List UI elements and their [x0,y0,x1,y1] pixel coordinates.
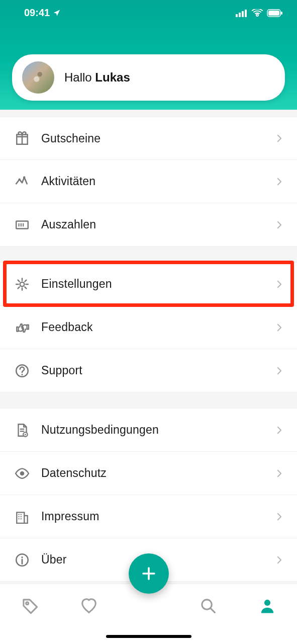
tab-likes[interactable] [74,597,104,614]
row-support[interactable]: Support [0,349,297,392]
chevron-right-icon [274,511,285,522]
section-gap [0,392,297,409]
chevron-right-icon [274,365,285,376]
chevron-right-icon [274,322,285,333]
svg-rect-18 [268,11,279,16]
status-indicators [236,9,283,17]
gear-icon [12,277,32,292]
row-activities[interactable]: Aktivitäten [0,160,297,203]
row-label: Einstellungen [41,277,274,291]
row-vouchers[interactable]: Gutscheine [0,117,297,160]
header: 09:41 Hallo Lukas [0,0,297,110]
eye-icon [12,466,32,481]
row-imprint[interactable]: Impressum [0,495,297,538]
heart-icon [80,597,97,614]
thumbs-icon [12,320,32,335]
avatar[interactable] [22,61,54,94]
row-settings[interactable]: Einstellungen [0,263,297,306]
svg-rect-16 [245,10,247,17]
chevron-right-icon [274,176,285,187]
help-icon [12,363,32,378]
chevron-right-icon [274,425,285,436]
home-indicator [106,635,191,638]
row-label: Gutscheine [41,132,274,145]
chevron-right-icon [274,133,285,144]
row-label: Auszahlen [41,218,274,231]
row-label: Aktivitäten [41,175,274,188]
svg-rect-13 [236,14,238,17]
tab-profile[interactable] [252,597,282,614]
battery-icon [267,9,283,17]
greeting: Hallo Lukas [64,70,130,85]
activity-icon [12,174,32,189]
profile-card[interactable]: Hallo Lukas [12,54,285,101]
search-icon [200,597,217,614]
person-icon [259,597,276,614]
add-button[interactable] [129,553,169,594]
row-terms[interactable]: Nutzungsbedingungen [0,409,297,452]
tab-offers[interactable] [15,597,45,614]
chevron-right-icon [274,468,285,479]
row-label: Support [41,364,274,377]
row-payouts[interactable]: Auszahlen [0,203,297,247]
plus-icon [140,565,157,582]
tab-search[interactable] [193,597,223,614]
row-label: Feedback [41,320,274,334]
status-time: 09:41 [24,7,50,19]
info-icon [12,552,32,568]
svg-rect-14 [239,13,241,17]
section-gap [0,247,297,263]
chevron-right-icon [274,554,285,566]
wifi-icon [252,9,263,17]
status-bar: 09:41 [0,0,297,19]
building-icon [12,509,32,524]
chevron-right-icon [274,279,285,290]
svg-rect-15 [242,11,244,17]
gift-icon [12,131,32,146]
banknote-icon [12,217,32,232]
user-name: Lukas [95,70,130,84]
row-label: Nutzungsbedingungen [41,423,274,437]
tag-icon [21,597,38,614]
svg-rect-19 [281,12,282,15]
row-privacy[interactable]: Datenschutz [0,452,297,495]
row-label: Impressum [41,510,274,523]
greeting-prefix: Hallo [64,70,95,84]
location-arrow-icon [53,9,62,18]
cellular-icon [236,9,248,17]
chevron-right-icon [274,219,285,230]
row-feedback[interactable]: Feedback [0,306,297,349]
row-label: Datenschutz [41,466,274,480]
menu-list: GutscheineAktivitätenAuszahlenEinstellun… [0,110,297,582]
document-icon [12,423,32,438]
